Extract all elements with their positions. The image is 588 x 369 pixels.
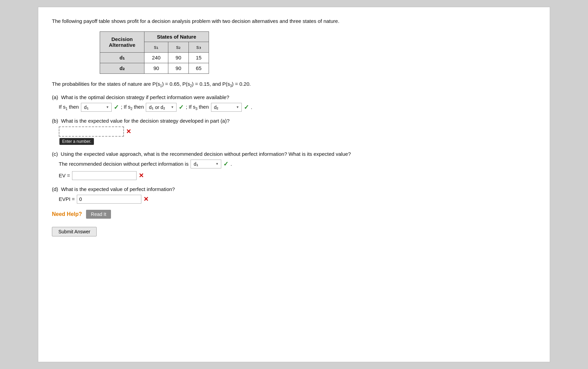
part-a-section: (a) What is the optimal decision strateg… (52, 94, 536, 112)
part-b-label: (b) What is the expected value for the d… (52, 118, 536, 124)
if-s2-label: ; If s2 then (121, 104, 144, 111)
part-c-section: (c) Using the expected value approach, w… (52, 151, 536, 180)
part-d-section: (d) What is the expected value of perfec… (52, 186, 536, 204)
part-c-error-icon: ✕ (139, 172, 144, 179)
if-s2-dropdown[interactable]: d₁ or d₂ ▾ (146, 103, 177, 112)
row2-s1: 90 (144, 63, 168, 73)
part-c-label: (c) Using the expected value approach, w… (52, 151, 536, 157)
row1-s1: 240 (144, 52, 168, 63)
chevron-down-icon-2: ▾ (171, 105, 173, 109)
part-b-input[interactable] (59, 126, 124, 137)
chevron-down-icon: ▾ (107, 105, 109, 109)
part-d-label: (d) What is the expected value of perfec… (52, 186, 536, 192)
row2-s2: 90 (168, 63, 188, 73)
period-a: . (251, 104, 252, 110)
part-c-ev-row: EV = ✕ (59, 171, 536, 180)
col-s2-header: s₂ (168, 42, 188, 52)
chevron-down-icon-3: ▾ (237, 105, 239, 109)
read-it-button[interactable]: Read It (86, 210, 111, 219)
part-b-input-row: ✕ (59, 126, 131, 137)
if-s1-value: d₁ (84, 105, 89, 110)
submit-row: Submit Answer (52, 227, 536, 236)
s1-check-icon: ✓ (114, 104, 119, 111)
header-states: States of Nature (144, 31, 209, 42)
part-a-content: If s1 then d₁ ▾ ✓ ; If s2 then d₁ or d₂ … (59, 103, 536, 112)
page-container: The following payoff table shows profit … (38, 7, 550, 362)
part-c-ev-label: EV = (59, 173, 70, 178)
s3-check-icon: ✓ (244, 104, 249, 111)
payoff-table-wrapper: Decision Alternative States of Nature s₁… (100, 31, 536, 74)
part-c-dropdown[interactable]: d₁ ▾ (191, 160, 221, 168)
chevron-down-icon-4: ▾ (216, 162, 218, 166)
part-b-content: ✕ Enter a number. (59, 126, 536, 145)
prob-text: The probabilities for the states of natu… (52, 80, 536, 89)
part-c-decision-row: The recommended decision without perfect… (59, 160, 536, 168)
row1-s2: 90 (168, 52, 188, 63)
part-d-ev-row: EVPI = ✕ (59, 195, 536, 204)
need-help-label: Need Help? (52, 211, 82, 217)
part-d-error-icon: ✕ (143, 195, 149, 203)
row1-label: d₁ (100, 52, 144, 63)
part-a-label: (a) What is the optimal decision strateg… (52, 94, 536, 100)
part-b-error-icon: ✕ (126, 128, 131, 135)
if-s3-value: d₂ (214, 105, 219, 110)
part-c-ev-input[interactable] (72, 171, 137, 180)
if-s1-dropdown[interactable]: d₁ ▾ (81, 103, 112, 112)
row2-s3: 65 (188, 63, 209, 73)
if-s2-value: d₁ or d₂ (149, 105, 165, 110)
header-decision: Decision Alternative (100, 31, 144, 52)
if-s1-label: If s1 then (59, 104, 79, 111)
col-s3-header: s₃ (188, 42, 209, 52)
s2-check-icon: ✓ (179, 104, 184, 111)
part-d-evpi-input[interactable] (77, 195, 141, 204)
row1-s3: 15 (188, 52, 209, 63)
row2-label: d₂ (100, 63, 144, 73)
part-d-evpi-label: EVPI = (59, 196, 75, 202)
period-c: . (230, 161, 232, 167)
if-s3-dropdown[interactable]: d₂ ▾ (211, 103, 242, 112)
part-c-dropdown-value: d₁ (194, 161, 198, 167)
payoff-table: Decision Alternative States of Nature s₁… (100, 31, 209, 74)
need-help-row: Need Help? Read It (52, 210, 536, 219)
part-c-rec-label: The recommended decision without perfect… (59, 161, 188, 167)
part-c-check-icon: ✓ (223, 160, 228, 168)
part-b-answer-row: ✕ Enter a number. (59, 126, 536, 145)
col-s1-header: s₁ (144, 42, 168, 52)
if-s3-label: ; If s3 then (186, 104, 209, 111)
part-c-content: The recommended decision without perfect… (59, 160, 536, 180)
table-row-d1: d₁ 240 90 15 (100, 52, 209, 63)
part-b-section: (b) What is the expected value for the d… (52, 118, 536, 145)
part-a-answer-row: If s1 then d₁ ▾ ✓ ; If s2 then d₁ or d₂ … (59, 103, 536, 112)
part-d-content: EVPI = ✕ (59, 195, 536, 204)
intro-text: The following payoff table shows profit … (52, 17, 536, 25)
part-b-tooltip: Enter a number. (59, 138, 94, 145)
submit-button[interactable]: Submit Answer (52, 227, 97, 236)
table-row-d2: d₂ 90 90 65 (100, 63, 209, 73)
